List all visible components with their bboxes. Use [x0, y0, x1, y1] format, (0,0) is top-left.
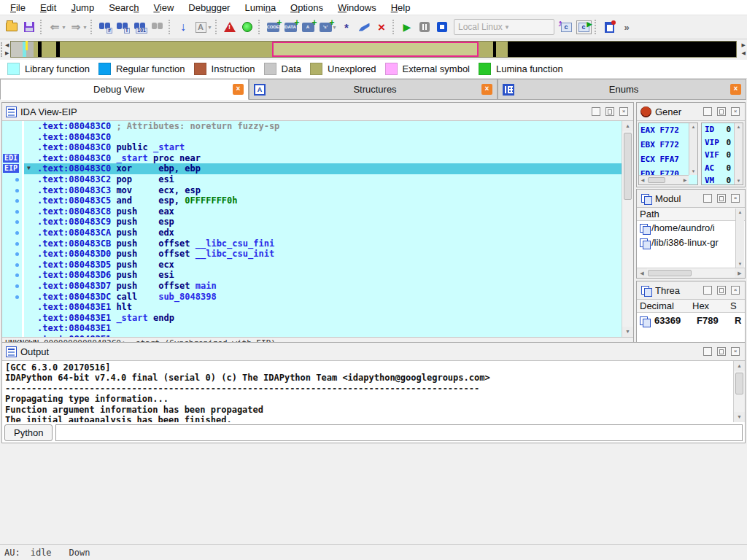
jump-address-button[interactable]: ↓	[174, 18, 192, 36]
registers-titlebar[interactable]: Gener ×	[637, 103, 745, 121]
breakpoint-dot-icon[interactable]	[15, 295, 19, 299]
python-cli-input[interactable]	[55, 424, 743, 441]
scroll-up-icon[interactable]: ▲	[735, 123, 743, 131]
edit-function-button[interactable]	[355, 18, 373, 36]
disasm-line[interactable]: .text:080483C2 pop esi	[24, 174, 622, 185]
disasm-line[interactable]: .text:080483E1 hlt	[24, 302, 622, 313]
gutter-cell[interactable]	[2, 260, 22, 271]
patch-button[interactable]: *	[338, 18, 355, 36]
navband-drag-handle[interactable]	[1, 42, 4, 57]
gutter-cell[interactable]	[2, 174, 22, 185]
maximize-window-icon[interactable]	[717, 107, 726, 116]
navband-segment[interactable]	[42, 42, 56, 57]
gutter-cell[interactable]	[2, 313, 22, 324]
scroll-thumb[interactable]	[624, 133, 632, 200]
maximize-window-icon[interactable]	[605, 107, 614, 116]
gutter-cell[interactable]	[2, 185, 22, 196]
flag-row[interactable]: VM0	[702, 174, 734, 185]
close-window-icon[interactable]: ×	[731, 194, 740, 203]
navband-right-arrows[interactable]: ▶◀	[742, 41, 746, 57]
make-data-button[interactable]: DATA+	[282, 18, 299, 36]
navband-segment[interactable]	[11, 42, 23, 57]
close-window-icon[interactable]: ×	[619, 107, 628, 116]
scroll-thumb[interactable]	[648, 177, 665, 183]
disassembly-listing[interactable]: .text:080483C0 ; Attributes: noreturn fu…	[24, 121, 622, 337]
scroll-up-icon[interactable]: ▲	[689, 123, 697, 131]
menu-item-windows[interactable]: Windows	[330, 1, 384, 15]
navigation-band[interactable]	[10, 41, 737, 58]
scroll-down-icon[interactable]: ▼	[736, 260, 744, 268]
disasm-line[interactable]: .text:080483C0 public _start	[24, 142, 622, 153]
registers-hscrollbar[interactable]: ◀ ▶	[639, 175, 689, 184]
float-window-icon[interactable]	[703, 286, 712, 295]
disasm-line[interactable]: .text:080483E1 _start endp	[24, 313, 622, 324]
close-window-icon[interactable]: ×	[731, 347, 740, 356]
flag-row[interactable]: AC0	[702, 162, 734, 175]
gutter-cell[interactable]	[2, 249, 22, 260]
threads-titlebar[interactable]: Threa ×	[637, 281, 745, 300]
gutter-cell[interactable]	[2, 217, 22, 228]
breakpoint-dot-icon[interactable]	[15, 284, 19, 288]
column-header-hex[interactable]: Hex	[689, 300, 727, 312]
float-window-icon[interactable]	[703, 107, 712, 116]
flag-row[interactable]: ID0	[702, 123, 734, 136]
module-row[interactable]: /lib/i386-linux-gr	[637, 236, 735, 250]
register-row[interactable]: EBX F772	[639, 138, 689, 152]
menu-item-file[interactable]: File	[3, 1, 33, 15]
scroll-up-icon[interactable]: ▲	[734, 361, 745, 371]
menu-item-jump[interactable]: Jump	[63, 1, 101, 15]
navband-segment[interactable]	[60, 42, 272, 57]
open-file-button[interactable]	[3, 18, 20, 36]
threads-header[interactable]: Decimal Hex S	[637, 300, 745, 313]
tab-structures[interactable]: A Structures ×	[249, 79, 498, 100]
gutter-cell[interactable]	[2, 121, 22, 132]
float-window-icon[interactable]	[703, 347, 712, 356]
scroll-down-icon[interactable]: ▼	[622, 327, 633, 337]
tab-debug-view[interactable]: Debug View ×	[0, 79, 249, 100]
ascii-string-button[interactable]: A	[192, 18, 209, 36]
gutter-cell[interactable]	[2, 323, 22, 334]
gutter-cell[interactable]	[2, 206, 22, 217]
gutter-cell[interactable]: EIP	[2, 163, 22, 174]
stop-process-button[interactable]	[433, 18, 451, 36]
menu-item-lumina[interactable]: Lumina	[237, 1, 283, 15]
navband-segment[interactable]	[508, 42, 736, 57]
continue-process-button[interactable]: ▶	[398, 18, 416, 36]
modules-header[interactable]: Path	[637, 208, 745, 221]
register-row[interactable]: ECX FFA7	[639, 152, 689, 167]
navigate-back-button[interactable]: ⇐	[46, 18, 63, 36]
disasm-line[interactable]: .text:080483CB push offset __libc_csu_fi…	[24, 238, 622, 249]
scroll-down-icon[interactable]: ▼	[734, 412, 745, 422]
navband-selected-range[interactable]	[272, 42, 479, 57]
flags-vscrollbar[interactable]: ▲ ▼	[734, 123, 743, 184]
column-header-path[interactable]: Path	[637, 208, 745, 220]
lumina-status-button[interactable]	[239, 18, 256, 36]
registers-vscrollbar[interactable]: ▲ ▼	[689, 123, 697, 175]
breakpoint-list-button[interactable]	[600, 18, 618, 36]
scroll-thumb[interactable]	[735, 373, 743, 394]
debugger-selector[interactable]: Local Linux debugger ▼	[454, 19, 554, 35]
gutter-cell[interactable]: EDI	[2, 153, 22, 164]
disasm-line[interactable]: .text:080483C3 mov ecx, esp	[24, 185, 622, 196]
close-window-icon[interactable]: ×	[731, 107, 740, 116]
gutter-cell[interactable]	[2, 195, 22, 206]
make-string-button[interactable]: 's'+	[317, 18, 334, 36]
disasm-line[interactable]: .text:080483C5 and esp, 0FFFFFFF0h	[24, 195, 622, 206]
gutter-cell[interactable]	[2, 334, 22, 337]
python-cli-button[interactable]: Python	[4, 424, 53, 441]
flag-row[interactable]: VIF0	[702, 149, 734, 162]
column-header-state[interactable]: S	[727, 300, 745, 312]
make-name-button[interactable]: A+	[299, 18, 317, 36]
disasm-line[interactable]: .text:080483C0 _start proc near	[24, 153, 622, 164]
pause-process-button[interactable]	[416, 18, 433, 36]
scroll-left-icon[interactable]: ◀	[637, 268, 647, 278]
register-value-list[interactable]: EAX F772EBX F772ECX FFA7EDX F770 ▲ ▼ ◀ ▶	[638, 122, 698, 185]
output-log[interactable]: [GCC 6.3.0 20170516]IDAPython 64-bit v7.…	[2, 361, 733, 422]
maximize-window-icon[interactable]	[717, 286, 726, 295]
disasm-line[interactable]: .text:080483D7 push offset main	[24, 281, 622, 292]
scroll-up-icon[interactable]: ▲	[622, 121, 633, 131]
menu-item-help[interactable]: Help	[384, 1, 418, 15]
search-again-button[interactable]	[149, 18, 166, 36]
navband-segment[interactable]	[496, 42, 508, 57]
disasm-line[interactable]: .text:080483CA push edx	[24, 228, 622, 238]
